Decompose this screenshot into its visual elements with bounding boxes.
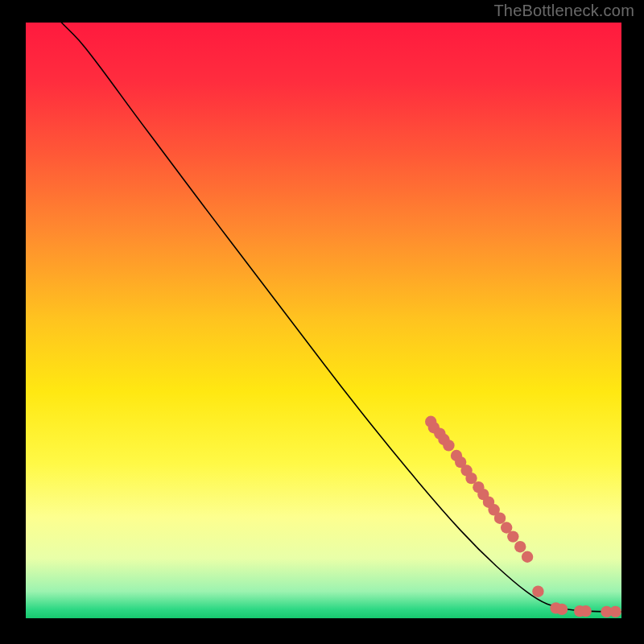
data-marker: [443, 440, 454, 451]
chart-svg: [26, 23, 621, 618]
gradient-background: [26, 23, 621, 618]
data-marker: [532, 586, 543, 597]
plot-area: [26, 23, 621, 618]
attribution-text: TheBottleneck.com: [493, 2, 634, 20]
chart-frame: TheBottleneck.com: [0, 0, 644, 644]
data-marker: [522, 551, 533, 563]
data-marker: [556, 604, 568, 615]
data-marker: [507, 530, 518, 542]
data-marker: [494, 512, 506, 523]
data-marker: [609, 606, 621, 617]
data-marker: [514, 541, 526, 552]
data-marker: [580, 605, 591, 617]
